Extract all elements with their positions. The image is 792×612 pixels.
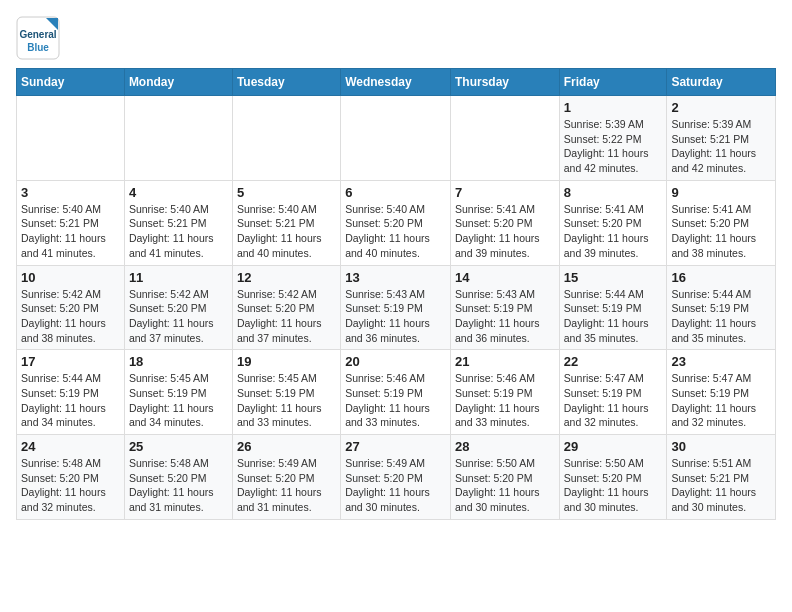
calendar-week-1: 1Sunrise: 5:39 AM Sunset: 5:22 PM Daylig… [17, 96, 776, 181]
day-info: Sunrise: 5:48 AM Sunset: 5:20 PM Dayligh… [21, 456, 120, 515]
day-info: Sunrise: 5:40 AM Sunset: 5:20 PM Dayligh… [345, 202, 446, 261]
calendar-cell: 25Sunrise: 5:48 AM Sunset: 5:20 PM Dayli… [124, 435, 232, 520]
day-info: Sunrise: 5:47 AM Sunset: 5:19 PM Dayligh… [564, 371, 663, 430]
day-info: Sunrise: 5:44 AM Sunset: 5:19 PM Dayligh… [21, 371, 120, 430]
day-number: 9 [671, 185, 771, 200]
day-number: 11 [129, 270, 228, 285]
calendar-cell: 6Sunrise: 5:40 AM Sunset: 5:20 PM Daylig… [341, 180, 451, 265]
day-info: Sunrise: 5:46 AM Sunset: 5:19 PM Dayligh… [455, 371, 555, 430]
calendar-cell: 22Sunrise: 5:47 AM Sunset: 5:19 PM Dayli… [559, 350, 667, 435]
weekday-header-wednesday: Wednesday [341, 69, 451, 96]
day-info: Sunrise: 5:41 AM Sunset: 5:20 PM Dayligh… [671, 202, 771, 261]
day-number: 13 [345, 270, 446, 285]
day-number: 14 [455, 270, 555, 285]
day-info: Sunrise: 5:40 AM Sunset: 5:21 PM Dayligh… [237, 202, 336, 261]
calendar-cell: 14Sunrise: 5:43 AM Sunset: 5:19 PM Dayli… [450, 265, 559, 350]
day-number: 28 [455, 439, 555, 454]
day-number: 17 [21, 354, 120, 369]
calendar-cell [341, 96, 451, 181]
calendar-cell: 20Sunrise: 5:46 AM Sunset: 5:19 PM Dayli… [341, 350, 451, 435]
calendar-cell: 24Sunrise: 5:48 AM Sunset: 5:20 PM Dayli… [17, 435, 125, 520]
day-info: Sunrise: 5:51 AM Sunset: 5:21 PM Dayligh… [671, 456, 771, 515]
weekday-header-tuesday: Tuesday [232, 69, 340, 96]
calendar-cell: 10Sunrise: 5:42 AM Sunset: 5:20 PM Dayli… [17, 265, 125, 350]
logo-graphic: GeneralBlue [16, 16, 60, 60]
day-number: 15 [564, 270, 663, 285]
day-number: 18 [129, 354, 228, 369]
calendar-cell: 29Sunrise: 5:50 AM Sunset: 5:20 PM Dayli… [559, 435, 667, 520]
day-info: Sunrise: 5:47 AM Sunset: 5:19 PM Dayligh… [671, 371, 771, 430]
calendar-week-3: 10Sunrise: 5:42 AM Sunset: 5:20 PM Dayli… [17, 265, 776, 350]
day-number: 10 [21, 270, 120, 285]
day-number: 1 [564, 100, 663, 115]
calendar-cell: 9Sunrise: 5:41 AM Sunset: 5:20 PM Daylig… [667, 180, 776, 265]
calendar-cell: 7Sunrise: 5:41 AM Sunset: 5:20 PM Daylig… [450, 180, 559, 265]
day-info: Sunrise: 5:44 AM Sunset: 5:19 PM Dayligh… [671, 287, 771, 346]
calendar-cell: 3Sunrise: 5:40 AM Sunset: 5:21 PM Daylig… [17, 180, 125, 265]
day-number: 23 [671, 354, 771, 369]
calendar-cell: 5Sunrise: 5:40 AM Sunset: 5:21 PM Daylig… [232, 180, 340, 265]
day-info: Sunrise: 5:42 AM Sunset: 5:20 PM Dayligh… [129, 287, 228, 346]
page-header: GeneralBlue [16, 16, 776, 60]
day-number: 12 [237, 270, 336, 285]
day-number: 22 [564, 354, 663, 369]
day-info: Sunrise: 5:42 AM Sunset: 5:20 PM Dayligh… [237, 287, 336, 346]
day-info: Sunrise: 5:50 AM Sunset: 5:20 PM Dayligh… [455, 456, 555, 515]
calendar-cell: 12Sunrise: 5:42 AM Sunset: 5:20 PM Dayli… [232, 265, 340, 350]
calendar-cell: 28Sunrise: 5:50 AM Sunset: 5:20 PM Dayli… [450, 435, 559, 520]
day-number: 5 [237, 185, 336, 200]
day-number: 24 [21, 439, 120, 454]
day-info: Sunrise: 5:39 AM Sunset: 5:22 PM Dayligh… [564, 117, 663, 176]
logo: GeneralBlue [16, 16, 60, 60]
calendar-cell: 19Sunrise: 5:45 AM Sunset: 5:19 PM Dayli… [232, 350, 340, 435]
day-info: Sunrise: 5:43 AM Sunset: 5:19 PM Dayligh… [345, 287, 446, 346]
day-number: 4 [129, 185, 228, 200]
day-number: 25 [129, 439, 228, 454]
calendar-cell: 2Sunrise: 5:39 AM Sunset: 5:21 PM Daylig… [667, 96, 776, 181]
day-info: Sunrise: 5:45 AM Sunset: 5:19 PM Dayligh… [129, 371, 228, 430]
calendar-cell [124, 96, 232, 181]
day-info: Sunrise: 5:43 AM Sunset: 5:19 PM Dayligh… [455, 287, 555, 346]
day-number: 6 [345, 185, 446, 200]
calendar-cell: 16Sunrise: 5:44 AM Sunset: 5:19 PM Dayli… [667, 265, 776, 350]
calendar-cell [450, 96, 559, 181]
weekday-header-sunday: Sunday [17, 69, 125, 96]
weekday-header-friday: Friday [559, 69, 667, 96]
calendar-week-2: 3Sunrise: 5:40 AM Sunset: 5:21 PM Daylig… [17, 180, 776, 265]
weekday-header-thursday: Thursday [450, 69, 559, 96]
day-info: Sunrise: 5:40 AM Sunset: 5:21 PM Dayligh… [129, 202, 228, 261]
day-number: 7 [455, 185, 555, 200]
day-info: Sunrise: 5:42 AM Sunset: 5:20 PM Dayligh… [21, 287, 120, 346]
svg-text:Blue: Blue [27, 42, 49, 53]
calendar-cell: 1Sunrise: 5:39 AM Sunset: 5:22 PM Daylig… [559, 96, 667, 181]
calendar-cell: 30Sunrise: 5:51 AM Sunset: 5:21 PM Dayli… [667, 435, 776, 520]
calendar-week-4: 17Sunrise: 5:44 AM Sunset: 5:19 PM Dayli… [17, 350, 776, 435]
calendar-week-5: 24Sunrise: 5:48 AM Sunset: 5:20 PM Dayli… [17, 435, 776, 520]
day-info: Sunrise: 5:49 AM Sunset: 5:20 PM Dayligh… [237, 456, 336, 515]
day-number: 29 [564, 439, 663, 454]
day-number: 30 [671, 439, 771, 454]
day-info: Sunrise: 5:39 AM Sunset: 5:21 PM Dayligh… [671, 117, 771, 176]
day-number: 26 [237, 439, 336, 454]
calendar-cell: 27Sunrise: 5:49 AM Sunset: 5:20 PM Dayli… [341, 435, 451, 520]
calendar-cell: 4Sunrise: 5:40 AM Sunset: 5:21 PM Daylig… [124, 180, 232, 265]
day-info: Sunrise: 5:46 AM Sunset: 5:19 PM Dayligh… [345, 371, 446, 430]
day-info: Sunrise: 5:41 AM Sunset: 5:20 PM Dayligh… [455, 202, 555, 261]
calendar-table: SundayMondayTuesdayWednesdayThursdayFrid… [16, 68, 776, 520]
day-number: 16 [671, 270, 771, 285]
calendar-cell: 26Sunrise: 5:49 AM Sunset: 5:20 PM Dayli… [232, 435, 340, 520]
calendar-cell: 15Sunrise: 5:44 AM Sunset: 5:19 PM Dayli… [559, 265, 667, 350]
calendar-cell: 11Sunrise: 5:42 AM Sunset: 5:20 PM Dayli… [124, 265, 232, 350]
day-info: Sunrise: 5:40 AM Sunset: 5:21 PM Dayligh… [21, 202, 120, 261]
calendar-cell: 21Sunrise: 5:46 AM Sunset: 5:19 PM Dayli… [450, 350, 559, 435]
weekday-header-monday: Monday [124, 69, 232, 96]
day-number: 8 [564, 185, 663, 200]
day-number: 19 [237, 354, 336, 369]
calendar-cell: 18Sunrise: 5:45 AM Sunset: 5:19 PM Dayli… [124, 350, 232, 435]
day-number: 3 [21, 185, 120, 200]
day-info: Sunrise: 5:44 AM Sunset: 5:19 PM Dayligh… [564, 287, 663, 346]
day-number: 2 [671, 100, 771, 115]
calendar-cell: 17Sunrise: 5:44 AM Sunset: 5:19 PM Dayli… [17, 350, 125, 435]
calendar-cell: 13Sunrise: 5:43 AM Sunset: 5:19 PM Dayli… [341, 265, 451, 350]
calendar-cell [17, 96, 125, 181]
